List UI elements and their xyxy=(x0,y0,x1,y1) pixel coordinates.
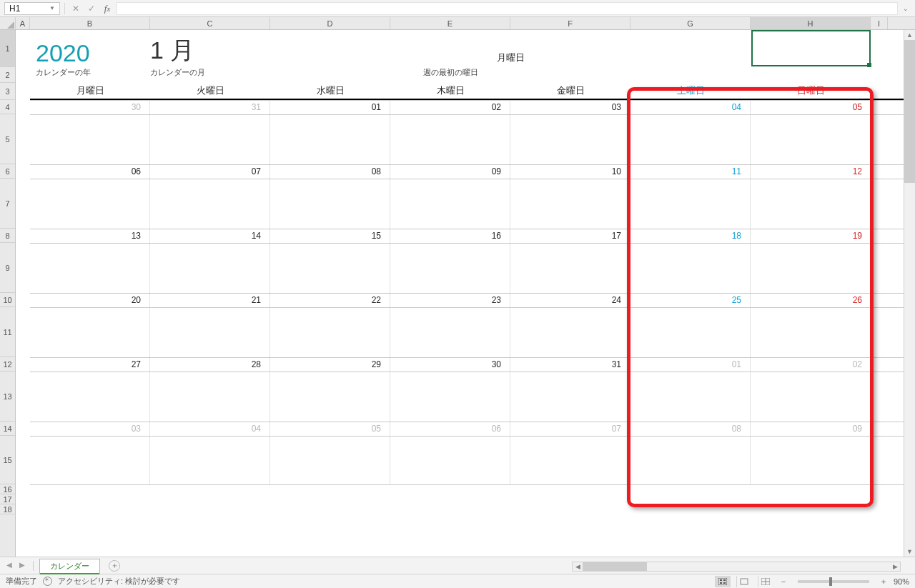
calendar-cell-notes[interactable] xyxy=(390,372,510,422)
calendar-cell[interactable]: 25 xyxy=(630,294,751,307)
scroll-left-icon[interactable]: ◀ xyxy=(573,563,583,570)
zoom-in-button[interactable]: + xyxy=(879,577,888,586)
calendar-cell[interactable]: 05 xyxy=(751,101,871,114)
calendar-cell[interactable]: 19 xyxy=(751,229,871,243)
calendar-cell[interactable]: 01 xyxy=(630,358,751,372)
calendar-cell[interactable]: 09 xyxy=(751,422,871,436)
cancel-button[interactable]: ✕ xyxy=(69,2,82,15)
row-header-18[interactable]: 18 xyxy=(0,504,15,514)
view-normal-icon[interactable] xyxy=(715,576,731,587)
row-header-9[interactable]: 9 xyxy=(0,243,15,293)
calendar-cell[interactable]: 14 xyxy=(150,229,270,243)
horizontal-scrollbar[interactable]: ◀ ▶ xyxy=(572,562,901,572)
calendar-cell-notes[interactable] xyxy=(390,437,510,484)
calendar-cell-notes[interactable] xyxy=(510,179,630,229)
col-header-D[interactable]: D xyxy=(270,17,390,29)
calendar-cell[interactable]: 27 xyxy=(30,358,150,372)
calendar-cell[interactable]: 28 xyxy=(150,358,270,372)
calendar-cell[interactable]: 04 xyxy=(630,101,751,114)
calendar-cell-notes[interactable] xyxy=(30,179,150,229)
calendar-cell-notes[interactable] xyxy=(30,244,150,293)
calendar-cell-notes[interactable] xyxy=(510,308,630,357)
col-header-B[interactable]: B xyxy=(30,17,150,29)
row-header-13[interactable]: 13 xyxy=(0,372,15,422)
row-header-11[interactable]: 11 xyxy=(0,307,15,357)
calendar-cell-notes[interactable] xyxy=(390,179,510,229)
row-header-8[interactable]: 8 xyxy=(0,229,15,243)
calendar-cell[interactable]: 05 xyxy=(270,422,390,436)
zoom-level[interactable]: 90% xyxy=(894,577,909,586)
calendar-cell[interactable]: 24 xyxy=(510,294,630,307)
calendar-cell-notes[interactable] xyxy=(510,244,630,293)
calendar-cell[interactable]: 31 xyxy=(510,358,630,372)
calendar-year[interactable]: 2020 xyxy=(30,39,150,67)
row-header-16[interactable]: 16 xyxy=(0,484,15,494)
tab-nav-next-icon[interactable]: ▶ xyxy=(17,561,27,571)
hscroll-thumb[interactable] xyxy=(583,562,647,571)
calendar-cell-notes[interactable] xyxy=(751,437,871,484)
col-header-C[interactable]: C xyxy=(150,17,270,29)
view-page-break-icon[interactable] xyxy=(758,576,773,587)
calendar-cell-notes[interactable] xyxy=(30,437,150,484)
col-header-H[interactable]: H xyxy=(751,17,871,29)
calendar-cell-notes[interactable] xyxy=(751,115,871,164)
calendar-cell-notes[interactable] xyxy=(270,244,390,293)
row-header-5[interactable]: 5 xyxy=(0,114,15,164)
calendar-cell[interactable]: 17 xyxy=(510,229,630,243)
row-header-15[interactable]: 15 xyxy=(0,436,15,484)
calendar-cell-notes[interactable] xyxy=(630,115,751,164)
calendar-cell-notes[interactable] xyxy=(270,115,390,164)
calendar-cell[interactable]: 02 xyxy=(751,358,871,372)
tab-nav-prev-icon[interactable]: ◀ xyxy=(4,561,14,571)
scroll-right-icon[interactable]: ▶ xyxy=(890,563,900,570)
calendar-cell[interactable]: 18 xyxy=(630,229,751,243)
col-header-F[interactable]: F xyxy=(510,17,630,29)
calendar-cell[interactable]: 23 xyxy=(390,294,510,307)
calendar-cell[interactable]: 07 xyxy=(150,165,270,179)
calendar-cell[interactable]: 21 xyxy=(150,294,270,307)
zoom-out-button[interactable]: − xyxy=(779,577,788,586)
calendar-cell-notes[interactable] xyxy=(630,372,751,422)
calendar-cell-notes[interactable] xyxy=(751,308,871,357)
calendar-cell-notes[interactable] xyxy=(390,115,510,164)
calendar-cell-notes[interactable] xyxy=(270,308,390,357)
calendar-cell[interactable]: 01 xyxy=(270,101,390,114)
calendar-cell[interactable]: 03 xyxy=(510,101,630,114)
enter-button[interactable]: ✓ xyxy=(85,2,98,15)
row-header-1[interactable]: 1 xyxy=(0,30,15,67)
calendar-cell-notes[interactable] xyxy=(390,244,510,293)
calendar-cell-notes[interactable] xyxy=(270,437,390,484)
accessibility-icon[interactable] xyxy=(43,577,52,586)
calendar-cell[interactable]: 06 xyxy=(390,422,510,436)
first-day-value[interactable]: 月曜日 xyxy=(390,51,630,67)
expand-formula-bar-icon[interactable]: ⌄ xyxy=(901,5,911,12)
row-header-2[interactable]: 2 xyxy=(0,67,15,83)
row-header-7[interactable]: 7 xyxy=(0,179,15,229)
calendar-cell-notes[interactable] xyxy=(630,244,751,293)
calendar-cell-notes[interactable] xyxy=(150,179,270,229)
status-accessibility[interactable]: アクセシビリティ: 検討が必要です xyxy=(58,576,180,587)
row-header-12[interactable]: 12 xyxy=(0,357,15,372)
cells-area[interactable]: 2020 1 月 月曜日 カレンダーの年 カレンダーの月 週の最初の曜日 月曜日… xyxy=(16,30,904,557)
calendar-cell[interactable]: 11 xyxy=(630,165,751,179)
calendar-cell-notes[interactable] xyxy=(30,372,150,422)
calendar-cell[interactable]: 29 xyxy=(270,358,390,372)
col-header-A[interactable]: A xyxy=(16,17,30,29)
calendar-cell-notes[interactable] xyxy=(510,437,630,484)
chevron-down-icon[interactable]: ▼ xyxy=(49,5,55,11)
calendar-cell-notes[interactable] xyxy=(150,372,270,422)
sheet-tab-calendar[interactable]: カレンダー xyxy=(39,559,100,574)
row-header-4[interactable]: 4 xyxy=(0,100,15,114)
calendar-cell[interactable]: 30 xyxy=(390,358,510,372)
calendar-cell-notes[interactable] xyxy=(150,115,270,164)
select-all-corner[interactable] xyxy=(0,17,16,29)
calendar-cell-notes[interactable] xyxy=(510,115,630,164)
calendar-cell[interactable]: 07 xyxy=(510,422,630,436)
calendar-cell-notes[interactable] xyxy=(390,308,510,357)
row-header-14[interactable]: 14 xyxy=(0,422,15,436)
zoom-slider-knob[interactable] xyxy=(829,577,832,586)
calendar-cell[interactable]: 31 xyxy=(150,101,270,114)
calendar-cell-notes[interactable] xyxy=(270,372,390,422)
calendar-cell[interactable]: 12 xyxy=(751,165,871,179)
calendar-cell[interactable]: 08 xyxy=(630,422,751,436)
